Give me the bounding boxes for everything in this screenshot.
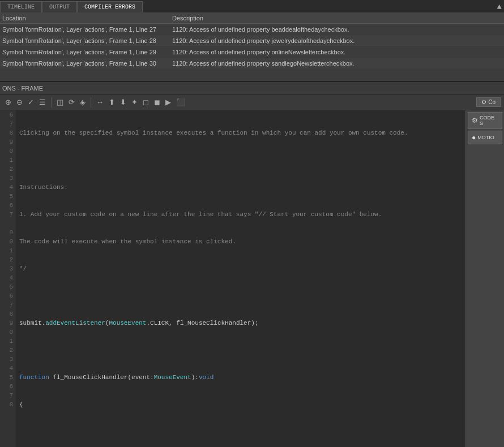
line-num-9: 9 — [0, 137, 13, 147]
line-num-31: 1 — [0, 337, 13, 346]
line-num-30: 0 — [0, 328, 13, 337]
error-table-header: Location Description — [0, 12, 504, 24]
line-num-14: 4 — [0, 183, 13, 192]
error-list: Symbol 'formRotation', Layer 'actions', … — [0, 24, 504, 69]
frame-bar: ONS - FRAME — [0, 82, 504, 94]
error-location: Symbol 'formRotation', Layer 'actions', … — [2, 60, 172, 67]
tabs-bar: TIMELINE OUTPUT COMPILER ERRORS ▲ — [0, 0, 504, 12]
error-location: Symbol 'formRotation', Layer 'actions', … — [2, 49, 172, 55]
zoom-in-button[interactable]: ⊕ — [3, 97, 13, 107]
menu-button[interactable]: ☰ — [37, 97, 48, 107]
check-button[interactable]: ✓ — [26, 97, 36, 107]
comment2-button[interactable]: ◼ — [152, 97, 162, 107]
code-line-6: Clicking on the specified symbol instanc… — [19, 128, 504, 137]
line-num-36: 6 — [0, 382, 13, 391]
collapse-button[interactable]: ▲ — [497, 2, 502, 12]
line-num-32: 2 — [0, 346, 13, 355]
line-num-23: 3 — [0, 264, 13, 273]
separator — [91, 97, 91, 108]
description-header: Description — [172, 15, 502, 22]
line-num-38: 8 — [0, 400, 13, 409]
line-num-12: 2 — [0, 165, 13, 174]
line-num-16: 6 — [0, 201, 13, 210]
swap-button[interactable]: ↔ — [95, 97, 105, 107]
down-button[interactable]: ⬇ — [118, 97, 128, 107]
code-line-14 — [19, 346, 504, 355]
separator — [51, 97, 52, 108]
right-panel: ⚙ CODE S ● MOTIO — [465, 110, 504, 447]
code-line-16: { — [19, 400, 504, 409]
panel2-button[interactable]: ◈ — [78, 97, 87, 107]
tab-compiler-errors-label: COMPILER ERRORS — [84, 4, 135, 10]
code-line-11: */ — [19, 264, 504, 273]
code-line-10: The code will execute when the symbol in… — [19, 237, 504, 246]
tab-compiler-errors[interactable]: COMPILER ERRORS — [77, 1, 143, 12]
line-num-6: 6 — [0, 110, 13, 119]
zoom-out-button[interactable]: ⊖ — [15, 97, 24, 107]
compiler-errors-panel: TIMELINE OUTPUT COMPILER ERRORS ▲ Locati… — [0, 0, 504, 82]
code-editor: 6 7 8 9 0 1 2 3 4 5 6 7 9 0 1 2 3 4 5 6 … — [0, 110, 504, 447]
tab-timeline[interactable]: TIMELINE — [0, 1, 42, 12]
line-num-28: 8 — [0, 310, 13, 319]
error-description: 1120: Access of undefined property beadd… — [172, 26, 502, 33]
toolbar: ⊕ ⊖ ✓ ☰ ◫ ⟳ ◈ ↔ ⬆ ⬇ ✦ ◻ ◼ ▶ ⬛ ⚙ Co — [0, 94, 504, 110]
line-num-22: 2 — [0, 255, 13, 264]
code-line-15: function fl_MouseClickHandler(event:Mous… — [19, 373, 504, 382]
line-num-25: 5 — [0, 282, 13, 291]
code-line-7 — [19, 156, 504, 165]
line-num-7: 7 — [0, 119, 13, 128]
refresh-button[interactable]: ⟳ — [67, 97, 76, 107]
code-snippets-button[interactable]: ⚙ Co — [476, 97, 501, 107]
line-num-35: 5 — [0, 373, 13, 382]
code-line-12 — [19, 291, 504, 300]
comment-button[interactable]: ◻ — [141, 97, 151, 107]
error-location: Symbol 'formRotation', Layer 'actions', … — [2, 26, 172, 33]
frame-bar-label: ONS - FRAME — [2, 85, 43, 92]
motion-label: MOTIO — [477, 135, 494, 140]
code-line-8: Instructions: — [19, 183, 504, 192]
code-line-17 — [19, 427, 504, 436]
line-numbers: 6 7 8 9 0 1 2 3 4 5 6 7 9 0 1 2 3 4 5 6 … — [0, 110, 16, 447]
line-num-15: 5 — [0, 192, 13, 201]
tab-output-label: OUTPUT — [49, 4, 70, 10]
line-num-34: 4 — [0, 364, 13, 373]
line-num-37: 7 — [0, 391, 13, 400]
error-description: 1120: Access of undefined property onlin… — [172, 49, 502, 55]
error-row[interactable]: Symbol 'formRotation', Layer 'actions', … — [0, 24, 504, 35]
line-num-11: 1 — [0, 156, 13, 165]
motion-icon: ● — [472, 134, 476, 141]
code-snippets-tab[interactable]: ⚙ CODE S — [468, 112, 502, 129]
error-location: Symbol 'formRotation', Layer 'actions', … — [2, 37, 172, 44]
tab-timeline-label: TIMELINE — [7, 4, 35, 10]
star-button[interactable]: ✦ — [130, 97, 139, 107]
code-content[interactable]: Clicking on the specified symbol instanc… — [16, 110, 504, 447]
motion-tab[interactable]: ● MOTIO — [468, 131, 502, 144]
line-num-20: 0 — [0, 237, 13, 246]
line-num-18 — [0, 219, 13, 228]
line-num-24: 4 — [0, 273, 13, 282]
error-row[interactable]: Symbol 'formRotation', Layer 'actions', … — [0, 35, 504, 46]
code-line-9: 1. Add your custom code on a new line af… — [19, 210, 504, 219]
error-row[interactable]: Symbol 'formRotation', Layer 'actions', … — [0, 46, 504, 58]
line-num-29: 9 — [0, 319, 13, 328]
error-row[interactable]: Symbol 'formRotation', Layer 'actions', … — [0, 58, 504, 69]
line-num-26: 6 — [0, 291, 13, 300]
line-num-10: 0 — [0, 147, 13, 156]
line-num-13: 3 — [0, 174, 13, 183]
line-num-8: 8 — [0, 128, 13, 137]
line-num-19: 9 — [0, 228, 13, 237]
tab-output[interactable]: OUTPUT — [42, 1, 77, 12]
box-button[interactable]: ⬛ — [174, 97, 187, 107]
panel1-button[interactable]: ◫ — [55, 97, 65, 107]
error-description: 1120: Access of undefined property sandi… — [172, 60, 502, 67]
line-num-27: 7 — [0, 300, 13, 310]
line-num-33: 3 — [0, 355, 13, 364]
line-num-17: 7 — [0, 210, 13, 219]
error-description: 1120: Access of undefined property jewel… — [172, 37, 502, 44]
play-button[interactable]: ▶ — [164, 97, 173, 107]
code-snippets-label: CODE S — [480, 115, 498, 126]
line-num-21: 1 — [0, 246, 13, 255]
up-button[interactable]: ⬆ — [107, 97, 117, 107]
code-icon: ⚙ — [472, 117, 478, 124]
code-line-13: submit.addEventListener(MouseEvent.CLICK… — [19, 319, 504, 328]
